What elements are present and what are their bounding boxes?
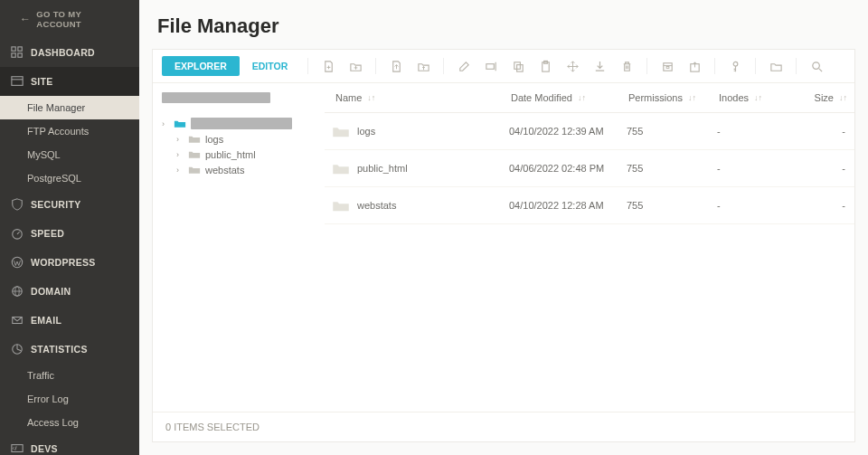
column-size[interactable]: Size↓↑ bbox=[793, 92, 847, 103]
tree-item-label: logs bbox=[205, 134, 223, 145]
email-icon bbox=[11, 314, 24, 327]
tree-item-label: webstats bbox=[205, 165, 244, 175]
column-inodes[interactable]: Inodes↓↑ bbox=[719, 92, 793, 103]
svg-line-7 bbox=[17, 232, 20, 234]
svg-point-31 bbox=[733, 62, 738, 66]
svg-point-32 bbox=[813, 62, 820, 69]
separator bbox=[646, 58, 647, 74]
sidebar-item-traffic[interactable]: Traffic bbox=[0, 364, 139, 387]
svg-rect-0 bbox=[12, 47, 15, 51]
svg-rect-21 bbox=[486, 63, 494, 69]
edit-icon[interactable] bbox=[451, 56, 476, 76]
sidebar-devs-label: DEVS bbox=[31, 443, 58, 454]
file-upload-icon[interactable] bbox=[383, 56, 409, 76]
cell-date: 04/06/2022 02:48 PM bbox=[509, 163, 627, 174]
root-name-redacted bbox=[191, 118, 292, 129]
arrow-left-icon: ← bbox=[20, 13, 31, 25]
sidebar-item-access-log[interactable]: Access Log bbox=[0, 411, 139, 434]
sidebar-domain-label: DOMAIN bbox=[31, 286, 71, 297]
tree-item-logs[interactable]: › logs bbox=[162, 132, 316, 147]
tree-item-webstats[interactable]: › webstats bbox=[162, 163, 316, 177]
sidebar-site-label: SITE bbox=[31, 76, 53, 87]
sidebar-security-label: SECURITY bbox=[31, 199, 81, 210]
search-toolbar-icon[interactable] bbox=[804, 56, 829, 76]
column-date[interactable]: Date Modified↓↑ bbox=[511, 92, 628, 103]
sidebar-dashboard-label: DASHBOARD bbox=[31, 47, 95, 58]
sidebar-item-site[interactable]: SITE bbox=[0, 67, 139, 96]
svg-rect-3 bbox=[18, 53, 22, 57]
cell-size: - bbox=[791, 163, 845, 174]
sort-icon: ↓↑ bbox=[578, 93, 586, 102]
main: File Manager EXPLORER EDITOR bbox=[139, 0, 868, 455]
sidebar-item-error-log[interactable]: Error Log bbox=[0, 387, 139, 411]
separator bbox=[375, 58, 376, 74]
folder-icon bbox=[188, 165, 201, 175]
tree-item-public-html[interactable]: › public_html bbox=[162, 147, 316, 162]
sidebar-item-ftp-accounts[interactable]: FTP Accounts bbox=[0, 119, 139, 143]
sidebar-item-statistics[interactable]: STATISTICS bbox=[0, 335, 139, 364]
sidebar-item-postgresql[interactable]: PostgreSQL bbox=[0, 166, 139, 190]
cell-size: - bbox=[791, 126, 845, 137]
column-permissions[interactable]: Permissions↓↑ bbox=[628, 92, 719, 103]
cell-inodes: - bbox=[717, 163, 791, 174]
cell-inodes: - bbox=[717, 200, 791, 211]
move-icon[interactable] bbox=[560, 56, 585, 76]
delete-icon[interactable] bbox=[614, 56, 639, 76]
folder-upload-icon[interactable] bbox=[410, 56, 436, 76]
sidebar-item-devs[interactable]: DEVS bbox=[0, 434, 139, 455]
tab-explorer[interactable]: EXPLORER bbox=[162, 56, 240, 76]
new-file-icon[interactable] bbox=[316, 56, 341, 76]
separator bbox=[714, 58, 715, 74]
new-folder-icon[interactable] bbox=[343, 56, 368, 76]
svg-rect-2 bbox=[12, 53, 15, 57]
svg-rect-4 bbox=[12, 77, 23, 86]
devs-icon bbox=[11, 442, 24, 455]
paste-icon[interactable] bbox=[533, 56, 558, 76]
sidebar-item-speed[interactable]: SPEED bbox=[0, 219, 139, 248]
status-bar: 0 ITEMS SELECTED bbox=[153, 412, 854, 441]
sidebar-item-email[interactable]: EMAIL bbox=[0, 306, 139, 335]
sidebar-item-dashboard[interactable]: DASHBOARD bbox=[0, 38, 139, 67]
open-folder-icon[interactable] bbox=[763, 56, 788, 76]
folder-tree: › › logs › public_html › bbox=[153, 83, 325, 412]
go-to-account-label: GO TO MY ACCOUNT bbox=[36, 9, 128, 29]
cell-perm: 755 bbox=[627, 126, 717, 137]
go-to-account-link[interactable]: ← GO TO MY ACCOUNT bbox=[0, 0, 139, 38]
cell-name: public_html bbox=[357, 163, 408, 174]
cell-perm: 755 bbox=[627, 200, 717, 211]
cell-size: - bbox=[791, 200, 845, 211]
rename-icon[interactable] bbox=[478, 56, 504, 76]
chevron-right-icon: › bbox=[176, 150, 184, 159]
sidebar-item-security[interactable]: SECURITY bbox=[0, 190, 139, 219]
file-manager-panel: EXPLORER EDITOR bbox=[152, 49, 855, 442]
sort-icon: ↓↑ bbox=[754, 93, 762, 102]
sidebar-item-domain[interactable]: DOMAIN bbox=[0, 277, 139, 306]
table-row[interactable]: logs 04/10/2022 12:39 AM 755 - - bbox=[325, 113, 854, 150]
svg-line-33 bbox=[819, 68, 822, 71]
sidebar-item-file-manager[interactable]: File Manager bbox=[0, 96, 139, 119]
archive-icon[interactable] bbox=[655, 56, 680, 76]
separator bbox=[443, 58, 444, 74]
folder-icon bbox=[332, 123, 352, 139]
breadcrumb-redacted bbox=[162, 92, 270, 103]
permissions-icon[interactable] bbox=[722, 56, 748, 76]
file-table: Name↓↑ Date Modified↓↑ Permissions↓↑ Ino… bbox=[325, 83, 854, 412]
folder-open-icon bbox=[174, 118, 186, 129]
table-header: Name↓↑ Date Modified↓↑ Permissions↓↑ Ino… bbox=[325, 83, 854, 113]
tab-editor[interactable]: EDITOR bbox=[240, 56, 300, 76]
globe-icon bbox=[11, 285, 24, 298]
copy-icon[interactable] bbox=[505, 56, 531, 76]
sidebar-item-wordpress[interactable]: WORDPRESS bbox=[0, 248, 139, 277]
sidebar: ← GO TO MY ACCOUNT DASHBOARD SITE File M… bbox=[0, 0, 139, 455]
extract-icon[interactable] bbox=[682, 56, 707, 76]
sidebar-item-mysql[interactable]: MySQL bbox=[0, 143, 139, 166]
cell-inodes: - bbox=[717, 126, 791, 137]
separator bbox=[755, 58, 756, 74]
table-row[interactable]: webstats 04/10/2022 12:28 AM 755 - - bbox=[325, 187, 854, 224]
table-row[interactable]: public_html 04/06/2022 02:48 PM 755 - - bbox=[325, 150, 854, 187]
column-name[interactable]: Name↓↑ bbox=[332, 92, 511, 103]
chevron-right-icon: › bbox=[176, 135, 184, 144]
download-icon[interactable] bbox=[587, 56, 612, 76]
cell-name: logs bbox=[357, 126, 375, 137]
tree-root[interactable]: › bbox=[162, 116, 316, 131]
